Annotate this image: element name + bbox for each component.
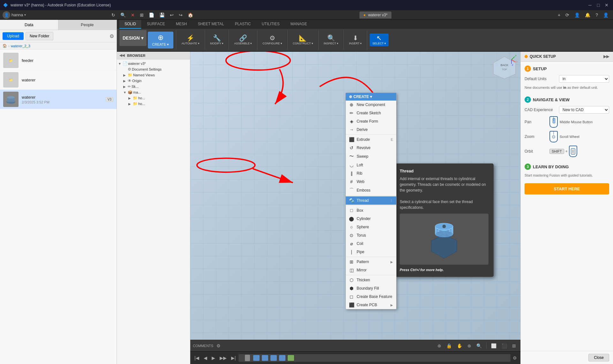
create-menu-header[interactable]: ⊕ CREATE ▾ — [346, 93, 396, 101]
home-button[interactable]: 🏠 — [186, 12, 195, 18]
menu-new-component[interactable]: ⊕ New Component — [346, 101, 396, 109]
menu-create-base[interactable]: ◻ Create Base Feature — [346, 292, 396, 301]
profile-button[interactable]: 👤 — [572, 12, 582, 18]
view-mode-button[interactable]: ⬜ — [489, 342, 498, 349]
help-button[interactable]: ? — [594, 12, 600, 18]
construct-button[interactable]: 📐 CONSTRUCT ▾ — [290, 34, 316, 46]
qs-units-select[interactable]: in mm cm ft — [559, 75, 609, 83]
timeline-item[interactable] — [253, 355, 260, 361]
undo-button[interactable]: ↩ — [168, 12, 176, 18]
tree-item[interactable]: ▶ ✏ Sk... — [117, 84, 190, 89]
configure-button[interactable]: ⚙ CONFIGURE ▾ — [260, 34, 285, 46]
upload-button[interactable]: Upload — [3, 32, 24, 40]
title-bar-controls[interactable]: ─ □ ✕ — [587, 2, 610, 8]
redo-button[interactable]: ↪ — [177, 12, 185, 18]
notifications-button[interactable]: 🔔 — [583, 12, 592, 18]
qs-cad-exp-select[interactable]: New to CAD Fusion SolidWorks Inventor — [559, 106, 609, 114]
menu-derive[interactable]: → Derive — [346, 125, 396, 134]
timeline-next-button[interactable]: ▶▶ — [218, 354, 228, 361]
refresh-button[interactable]: ↻ — [110, 12, 117, 18]
menu-boundary-fill[interactable]: ⬢ Boundary Fill — [346, 284, 396, 292]
tree-item[interactable]: ▶ 👁 Origin — [117, 78, 190, 84]
menu-sphere[interactable]: ○ Sphere — [346, 223, 396, 231]
menu-mirror[interactable]: ◫ Mirror — [346, 266, 396, 274]
menu-create-form[interactable]: ◈ Create Form — [346, 117, 396, 125]
menu-torus[interactable]: ⊙ Torus — [346, 231, 396, 239]
timeline-item[interactable] — [262, 355, 268, 361]
menu-coil[interactable]: ⌀ Coil — [346, 239, 396, 248]
menu-revolve[interactable]: ↺ Revolve — [346, 144, 396, 152]
display-mode-button[interactable]: ⬛ — [500, 342, 509, 349]
menu-cylinder[interactable]: ⬤ Cylinder — [346, 215, 396, 223]
automate-button[interactable]: ⚡ AUTOMATE ▾ — [179, 34, 202, 46]
timeline-prev-button[interactable]: ◀ — [202, 354, 209, 361]
browser-collapse-icon[interactable]: ◀◀ — [119, 53, 125, 57]
save-button[interactable]: 💾 — [157, 12, 167, 18]
viewpoint-button[interactable]: ⊕ — [435, 342, 443, 349]
account-button[interactable]: 👤 — [601, 12, 610, 18]
menu-rib[interactable]: ∥ Rib — [346, 169, 396, 178]
close-button[interactable]: Close — [588, 354, 609, 361]
tab-utilities[interactable]: UTILITIES — [257, 20, 285, 29]
menu-pipe[interactable]: | Pipe — [346, 248, 396, 256]
inspect-button[interactable]: 🔍 INSPECT ▾ — [321, 34, 341, 46]
timeline-item[interactable] — [279, 355, 285, 361]
tab-solid[interactable]: SOLID — [119, 20, 141, 29]
timeline-start-button[interactable]: |◀ — [193, 354, 201, 361]
timeline-play-button[interactable]: ▶ — [210, 354, 217, 361]
pan-button[interactable]: ✋ — [455, 342, 464, 349]
minimize-button[interactable]: ─ — [587, 2, 593, 8]
tree-item[interactable]: ▼ 📦 ma... — [117, 89, 190, 95]
extensions-button[interactable]: ⟳ — [564, 12, 571, 18]
search-button[interactable]: 🔍 — [118, 12, 128, 18]
settings-gear-icon[interactable]: ⚙ — [110, 33, 114, 39]
tree-item[interactable]: ▶ 📁 Named Views — [117, 72, 190, 78]
menu-create-pcb[interactable]: ⬛ Create PCB ▶ — [346, 301, 396, 309]
menu-web[interactable]: # Web — [346, 178, 396, 186]
tab-mesh[interactable]: MESH — [171, 20, 192, 29]
design-dropdown[interactable]: DESIGN ▾ — [119, 30, 147, 46]
apps-button[interactable]: ⊞ — [138, 12, 146, 18]
menu-thicken[interactable]: ⬡ Thicken — [346, 276, 396, 284]
maximize-button[interactable]: □ — [595, 2, 602, 8]
modify-button[interactable]: 🔧 MODIFY ▾ — [208, 34, 226, 46]
tree-item[interactable]: ▶ 📁 ho... — [117, 101, 190, 107]
user-dropdown-icon[interactable]: ▾ — [24, 13, 26, 17]
select-button[interactable]: ↖ SELECT ▾ — [370, 34, 388, 46]
tab-sheet-metal[interactable]: SHEET METAL — [193, 20, 229, 29]
zoom-button[interactable]: 🔍 — [474, 342, 484, 349]
timeline-marker[interactable] — [245, 355, 250, 361]
menu-emboss[interactable]: ⌒ Emboss — [346, 186, 396, 195]
zoom-in-button[interactable]: ⊕ — [465, 342, 473, 349]
grid-button[interactable]: ⊞ — [510, 342, 518, 349]
menu-create-sketch[interactable]: ✏ Create Sketch — [346, 109, 396, 117]
timeline-end-button[interactable]: ▶| — [230, 354, 238, 361]
user-name[interactable]: hanna — [11, 12, 23, 17]
tree-item[interactable]: ⚙ Document Settings — [117, 66, 190, 72]
list-item[interactable]: waterer 2/3/2025 3:52 PM V3 — [0, 90, 117, 109]
tab-surface[interactable]: SURFACE — [142, 20, 170, 29]
breadcrumb-home-icon[interactable]: 🏠 — [3, 44, 7, 48]
assemble-button[interactable]: 🔗 ASSEMBLE ▾ — [231, 34, 254, 46]
comments-settings-icon[interactable]: ⚙ — [215, 342, 223, 349]
timeline-item[interactable] — [288, 355, 294, 361]
menu-thread[interactable]: 🔩 Thread ⋮ — [346, 196, 396, 205]
menu-box[interactable]: □ Box — [346, 206, 396, 215]
quick-setup-collapse-icon[interactable]: ▶▶ — [603, 54, 609, 59]
add-tab-button[interactable]: + — [556, 12, 562, 18]
viewport[interactable]: BACK TOP Y X Z — [190, 52, 520, 340]
start-here-button[interactable]: START HERE — [525, 183, 609, 194]
menu-loft[interactable]: ◡ Loft — [346, 161, 396, 169]
close-tab-button[interactable]: ✕ — [129, 12, 137, 18]
tab-manage[interactable]: MANAGE — [285, 20, 312, 29]
tree-item[interactable]: ▶ 📁 ho... — [117, 95, 190, 101]
lock-button[interactable]: 🔒 — [444, 342, 454, 349]
timeline-item[interactable] — [270, 355, 277, 361]
tab-data[interactable]: Data — [0, 20, 58, 30]
timeline-settings-icon[interactable]: ⚙ — [512, 354, 518, 361]
tab-people[interactable]: People — [58, 20, 117, 30]
tab-plastic[interactable]: PLASTIC — [230, 20, 256, 29]
view-cube[interactable]: BACK TOP Y X Z — [492, 55, 517, 80]
timeline-track[interactable] — [238, 354, 511, 362]
list-item[interactable]: 📁 feeder — [0, 51, 117, 70]
